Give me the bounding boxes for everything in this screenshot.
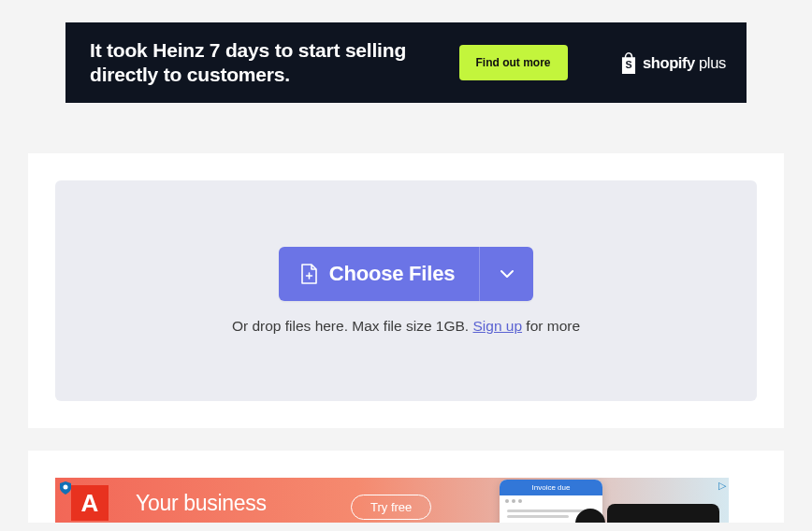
bottom-ad-headline: Your business <box>136 491 267 516</box>
ad-illustration-laptop <box>607 504 719 523</box>
ad-info-icon[interactable]: ▷ <box>718 480 726 492</box>
choose-files-group: Choose Files <box>279 247 534 301</box>
choose-files-button[interactable]: Choose Files <box>279 247 480 301</box>
choose-files-dropdown[interactable] <box>479 247 533 301</box>
drop-hint: Or drop files here. Max file size 1GB. S… <box>232 318 580 335</box>
brand-suffix: plus <box>699 54 726 72</box>
ad-card-bottom: ▷ A Your business Try free Invoice due <box>28 451 784 523</box>
file-plus-icon <box>299 263 318 285</box>
upload-card: Choose Files Or drop files here. Max fil… <box>28 153 784 428</box>
brand-name: shopify <box>643 54 695 72</box>
adobe-a-icon: A <box>81 489 99 518</box>
choose-files-label: Choose Files <box>329 262 456 286</box>
ad-headline: It took Heinz 7 days to start selling di… <box>90 38 408 86</box>
drop-prefix: Or drop files here. Max file size 1GB. <box>232 318 473 334</box>
try-free-button[interactable]: Try free <box>351 495 431 520</box>
ad-banner-top[interactable]: It took Heinz 7 days to start selling di… <box>65 22 747 103</box>
chevron-down-icon <box>500 269 515 279</box>
ad-cta-button[interactable]: Find out more <box>459 45 568 80</box>
mock-window-title: Invoice due <box>500 480 602 495</box>
signup-link[interactable]: Sign up <box>472 318 522 334</box>
shopping-bag-icon: S <box>618 51 639 75</box>
svg-text:S: S <box>625 58 631 69</box>
shopify-logo: S shopifyplus <box>618 51 726 75</box>
dropzone[interactable]: Choose Files Or drop files here. Max fil… <box>55 180 757 401</box>
ad-banner-bottom[interactable]: ▷ A Your business Try free Invoice due <box>55 478 729 523</box>
drop-suffix: for more <box>522 318 580 334</box>
adobe-logo: A <box>71 485 109 521</box>
svg-point-1 <box>64 485 68 490</box>
